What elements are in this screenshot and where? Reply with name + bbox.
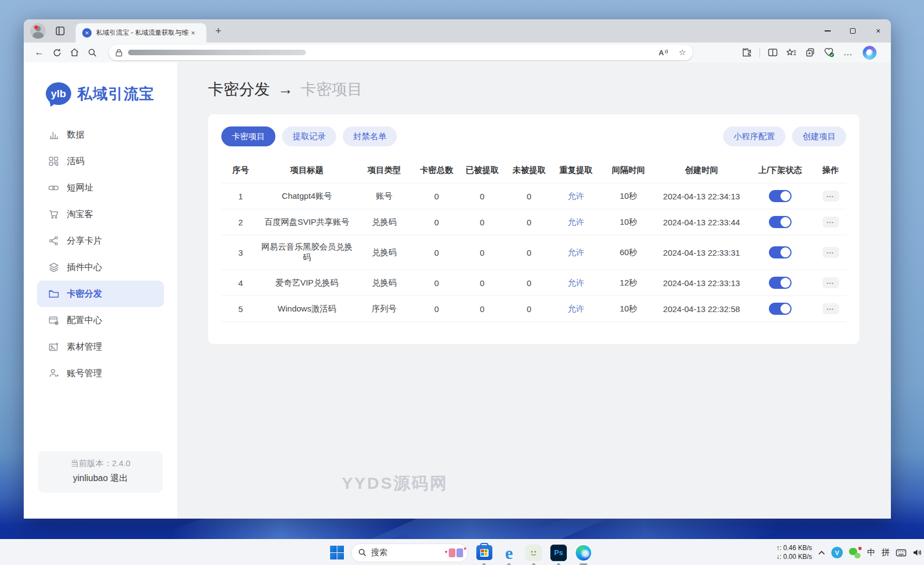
column-header: 未被提取 (506, 157, 553, 183)
start-button-icon[interactable] (330, 546, 344, 559)
tray-chevron-up-icon[interactable] (818, 551, 825, 555)
tab-pill-1[interactable]: 卡密项目 (221, 126, 275, 146)
project-title: Windows激活码 (260, 296, 354, 322)
wechat-icon[interactable] (849, 547, 861, 558)
operations-cell: ⋯ (815, 183, 846, 209)
sidebar-item-8[interactable]: 配置中心 (24, 307, 177, 334)
sidebar-item-4[interactable]: 淘宝客 (24, 201, 177, 228)
table-header-row: 序号项目标题项目类型卡密总数已被提取未被提取重复提取间隔时间创建时间上/下架状态… (221, 157, 846, 183)
tray-v-app-icon[interactable]: V (831, 547, 843, 558)
chat-app-icon[interactable] (525, 544, 543, 562)
column-header: 创建时间 (657, 157, 746, 183)
header-actions: 小程序配置创建项目 (723, 126, 846, 146)
tab-pill-2[interactable]: 提取记录 (282, 126, 336, 146)
more-actions-button[interactable]: ⋯ (822, 247, 839, 258)
favorites-bar-icon[interactable] (783, 45, 800, 60)
status-toggle[interactable] (769, 277, 792, 289)
touch-keyboard-icon[interactable] (896, 549, 906, 557)
sidebar-item-7[interactable]: 卡密分发 (37, 281, 164, 307)
microsoft-store-icon[interactable] (475, 544, 493, 562)
minimize-button[interactable] (815, 19, 840, 43)
extracted-count: 0 (459, 296, 506, 322)
unextracted-count: 0 (506, 209, 553, 235)
home-icon[interactable] (66, 45, 83, 60)
tab-group: 卡密项目提取记录封禁名单 (221, 126, 397, 146)
copilot-icon[interactable] (863, 46, 877, 60)
sidebar-item-5[interactable]: 分享卡片 (24, 228, 177, 254)
sidebar-item-2[interactable]: 活码 (24, 148, 177, 175)
toolbar-divider (760, 47, 760, 57)
edge-icon[interactable] (575, 544, 592, 562)
unextracted-count: 0 (506, 270, 553, 296)
tab-actions-icon[interactable] (54, 24, 67, 38)
sidebar-item-9[interactable]: 素材管理 (24, 334, 177, 360)
volume-icon[interactable] (912, 548, 922, 557)
address-bar[interactable]: A ☆ (109, 45, 693, 60)
more-actions-button[interactable]: ⋯ (822, 303, 839, 314)
table-row: 1Chatgpt4账号账号000允许10秒2024-04-13 22:34:13… (221, 183, 846, 209)
profile-avatar[interactable] (30, 23, 46, 39)
maximize-button[interactable] (840, 19, 865, 43)
window-close-button[interactable]: × (865, 19, 891, 43)
action-button-1[interactable]: 小程序配置 (723, 126, 785, 146)
more-actions-button[interactable]: ⋯ (822, 277, 839, 288)
sidebar-item-3[interactable]: 短网址 (24, 175, 177, 201)
new-tab-button[interactable]: + (215, 25, 221, 37)
extensions-icon[interactable] (739, 45, 755, 60)
operations-cell: ⋯ (815, 296, 846, 322)
search-icon[interactable] (83, 45, 101, 60)
interval-cell: 12秒 (599, 270, 657, 296)
photoshop-icon[interactable]: Ps (550, 544, 567, 562)
ime-pinyin-indicator[interactable]: 拼 (881, 547, 890, 558)
search-highlight-icon[interactable]: ♥ ♥ (449, 548, 463, 557)
favorite-star-icon[interactable]: ☆ (679, 47, 686, 57)
read-aloud-icon[interactable]: A (659, 49, 668, 57)
project-type: 兑换码 (354, 270, 415, 296)
split-screen-icon[interactable] (764, 45, 781, 60)
taskbar-search[interactable]: 搜索 ♥ ♥ (351, 543, 468, 562)
image-icon (48, 341, 59, 352)
status-cell (746, 235, 815, 270)
sidebar-item-6[interactable]: 插件中心 (24, 254, 177, 281)
browser-essentials-icon[interactable] (821, 45, 837, 60)
ime-mode-indicator[interactable]: 中 (867, 547, 875, 558)
table-row: 5Windows激活码序列号000允许10秒2024-04-13 22:32:5… (221, 296, 846, 322)
repeat-extract-cell: 允许 (553, 296, 599, 322)
tab-pill-3[interactable]: 封禁名单 (343, 126, 397, 146)
sidebar-item-label: 淘宝客 (67, 209, 93, 220)
project-title: 爱奇艺VIP兑换码 (260, 270, 354, 296)
repeat-allow-label: 允许 (568, 278, 585, 287)
internet-explorer-icon[interactable]: e (500, 544, 518, 562)
more-actions-button[interactable]: ⋯ (822, 191, 839, 202)
account-logout[interactable]: yinliubao 退出 (38, 473, 163, 484)
status-cell (746, 183, 815, 209)
sidebar-item-label: 数据 (67, 129, 84, 141)
repeat-extract-cell: 允许 (553, 183, 599, 209)
settings-more-icon[interactable]: … (840, 45, 856, 60)
status-toggle[interactable] (769, 190, 792, 202)
total-count: 0 (415, 235, 459, 270)
more-actions-button[interactable]: ⋯ (822, 217, 839, 228)
row-no: 3 (221, 235, 260, 270)
refresh-icon[interactable] (48, 45, 66, 60)
status-toggle[interactable] (769, 303, 792, 315)
notification-dot (34, 25, 38, 29)
tab-close-icon[interactable]: × (191, 29, 195, 37)
status-toggle[interactable] (769, 216, 792, 228)
action-button-2[interactable]: 创建项目 (792, 126, 846, 146)
repeat-allow-label: 允许 (568, 304, 585, 313)
redacted-url (128, 50, 306, 55)
row-no: 1 (221, 183, 260, 209)
unextracted-count: 0 (506, 183, 553, 209)
active-tab[interactable]: ✕ 私域引流宝 - 私域流量获取与维护 × (76, 23, 206, 43)
project-title: 百度网盘SVIP共享账号 (260, 209, 354, 235)
project-title: Chatgpt4账号 (260, 183, 354, 209)
total-count: 0 (415, 209, 459, 235)
sidebar-item-1[interactable]: 数据 (24, 122, 177, 148)
operations-cell: ⋯ (815, 270, 846, 296)
back-icon[interactable]: ← (30, 45, 48, 60)
repeat-allow-label: 允许 (568, 191, 585, 200)
collections-icon[interactable] (802, 45, 819, 60)
status-toggle[interactable] (769, 246, 792, 258)
sidebar-item-10[interactable]: 账号管理 (24, 360, 177, 387)
